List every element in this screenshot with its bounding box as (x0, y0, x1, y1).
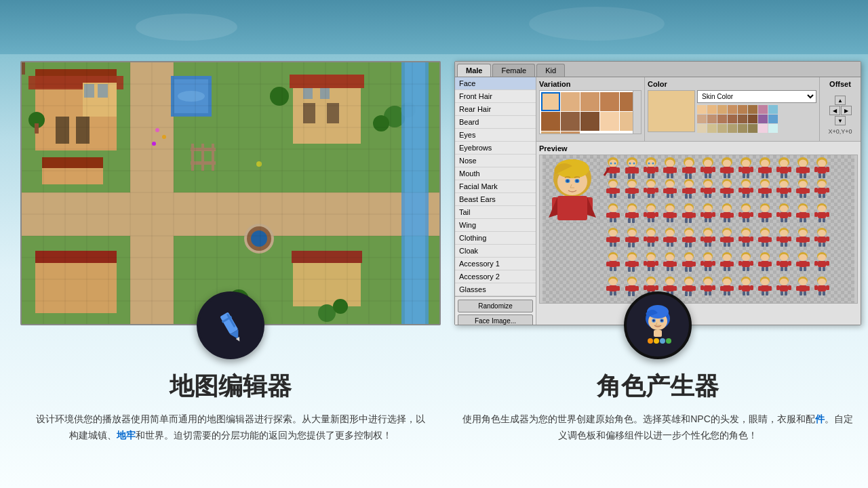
parts-item-wing[interactable]: Wing (455, 219, 536, 232)
face-image-button[interactable]: Face Image... (458, 314, 533, 325)
var-skin8[interactable] (580, 112, 599, 131)
color-swatch[interactable] (758, 124, 768, 133)
svg-rect-355 (818, 218, 821, 222)
color-swatch[interactable] (768, 105, 778, 114)
svg-rect-537 (628, 291, 631, 296)
map-screenshot (20, 61, 441, 325)
variation-scrollbar[interactable] (633, 91, 641, 134)
parts-item-facial-mark[interactable]: Facial Mark (455, 180, 536, 193)
parts-item-beard[interactable]: Beard (455, 116, 536, 129)
color-swatch[interactable] (768, 115, 778, 123)
parts-item-tail[interactable]: Tail (455, 206, 536, 219)
parts-item-face[interactable]: Face (455, 77, 536, 90)
svg-rect-590 (780, 285, 788, 291)
svg-rect-166 (762, 174, 764, 178)
color-swatch[interactable] (728, 105, 737, 114)
parts-item-eyebrows[interactable]: Eyebrows (455, 142, 536, 155)
parts-item-eyes[interactable]: Eyes (455, 129, 536, 142)
svg-rect-369 (628, 243, 631, 247)
svg-rect-464 (666, 261, 674, 267)
svg-rect-160 (747, 174, 749, 178)
svg-rect-283 (625, 213, 629, 218)
svg-rect-450 (628, 261, 636, 267)
color-swatch[interactable] (717, 124, 727, 133)
svg-rect-576 (742, 285, 750, 291)
parts-item-front-hair[interactable]: Front Hair (455, 90, 536, 103)
svg-rect-150 (720, 167, 724, 173)
svg-point-27 (270, 87, 289, 106)
svg-rect-121 (647, 167, 655, 174)
tab-male[interactable]: Male (457, 64, 491, 77)
svg-rect-212 (666, 188, 674, 194)
svg-rect-433 (804, 243, 806, 247)
parts-item-clothing[interactable]: Clothing (455, 232, 536, 245)
svg-rect-419 (766, 243, 768, 247)
color-swatch[interactable] (748, 105, 757, 114)
svg-rect-423 (776, 237, 780, 241)
color-swatch[interactable] (717, 115, 727, 123)
var-skin1[interactable] (541, 92, 560, 111)
color-swatch[interactable] (697, 124, 707, 133)
svg-rect-461 (652, 267, 654, 271)
offset-right-button[interactable]: ▶ (841, 106, 852, 115)
svg-rect-192 (606, 188, 610, 193)
offset-down-button[interactable]: ▼ (835, 116, 846, 125)
parts-item-accessory2[interactable]: Accessory 2 (455, 270, 536, 283)
color-swatch[interactable] (738, 124, 747, 133)
color-swatch[interactable] (758, 105, 768, 114)
color-swatch[interactable] (748, 115, 757, 123)
tab-female[interactable]: Female (492, 64, 535, 77)
var-skin12[interactable] (561, 131, 580, 134)
svg-rect-467 (667, 267, 669, 271)
color-swatch[interactable] (697, 115, 707, 123)
color-swatch[interactable] (748, 124, 757, 133)
svg-rect-96 (557, 196, 587, 220)
svg-rect-387 (685, 237, 693, 243)
svg-rect-237 (728, 194, 730, 198)
color-swatch[interactable] (758, 115, 768, 123)
color-swatch[interactable] (728, 115, 737, 123)
parts-item-beast-ears[interactable]: Beast Ears (455, 193, 536, 206)
color-swatch[interactable] (697, 105, 707, 114)
var-skin7[interactable] (561, 112, 580, 131)
var-skin9[interactable] (600, 112, 619, 131)
svg-rect-28 (22, 62, 25, 75)
var-skin11[interactable] (541, 131, 560, 134)
svg-rect-566 (709, 291, 711, 296)
svg-point-169 (780, 160, 788, 167)
svg-rect-571 (730, 286, 734, 291)
svg-point-386 (685, 230, 693, 237)
parts-item-cloak[interactable]: Cloak (455, 245, 536, 258)
var-skin2[interactable] (561, 92, 580, 111)
svg-rect-172 (788, 167, 791, 172)
var-skin6[interactable] (541, 112, 560, 131)
color-swatch[interactable] (738, 115, 747, 123)
color-dropdown[interactable]: Skin Color (697, 90, 816, 103)
offset-left-button[interactable]: ◀ (829, 106, 840, 115)
var-skin4[interactable] (600, 92, 619, 111)
svg-rect-255 (776, 188, 780, 192)
tab-kid[interactable]: Kid (536, 64, 565, 77)
color-swatch[interactable] (768, 124, 778, 133)
color-swatch[interactable] (707, 124, 717, 133)
parts-item-nose[interactable]: Nose (455, 155, 536, 167)
svg-rect-247 (761, 188, 769, 194)
parts-item-accessory1[interactable]: Accessory 1 (455, 258, 536, 270)
color-swatch[interactable] (707, 105, 717, 114)
parts-item-glasses[interactable]: Glasses (455, 283, 536, 296)
color-swatch[interactable] (707, 115, 717, 123)
parts-item-rear-hair[interactable]: Rear Hair (455, 103, 536, 116)
svg-point-295 (666, 205, 674, 212)
svg-point-618 (654, 338, 659, 344)
svg-rect-233 (723, 188, 731, 194)
svg-rect-328 (747, 218, 749, 222)
color-swatch[interactable] (728, 124, 737, 133)
page-container: 地图编辑器 设计环境供您的播放器使用简单而通用的地图编辑器进行探索。从大量新图形… (0, 0, 868, 488)
randomize-button[interactable]: Randomize (458, 300, 533, 312)
svg-rect-314 (709, 218, 711, 222)
var-skin3[interactable] (580, 92, 599, 111)
color-swatch[interactable] (717, 105, 727, 114)
parts-item-mouth[interactable]: Mouth (455, 167, 536, 180)
color-swatch[interactable] (738, 105, 747, 114)
offset-up-button[interactable]: ▲ (835, 96, 846, 105)
